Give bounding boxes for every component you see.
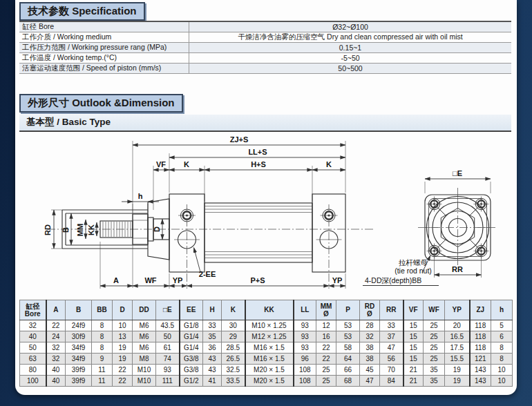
dim-label-ps: P+S (250, 276, 265, 284)
cell: 50 (20, 342, 46, 354)
tie-rod-nut-label-en: (tie rod nut) (395, 267, 432, 275)
cell: 25 (424, 320, 445, 331)
col-header: □E (156, 300, 180, 320)
spec-table: 缸径 BoreØ32~Ø100工作介质 / Working medium干燥洁净… (19, 21, 511, 74)
cell: M6 (133, 320, 156, 331)
cell: M12 × 1.25 (245, 331, 294, 342)
cell: 11 (92, 376, 113, 387)
dim-label-kk: KK (87, 224, 95, 235)
cell: M6 (133, 331, 156, 342)
table-row: 402430f9813M650G1/43529M12 × 1.259316533… (20, 331, 513, 342)
cell: 118 (470, 342, 491, 354)
cell: 21 (403, 365, 424, 376)
cell: M8 (133, 354, 156, 365)
cell: 53 (336, 320, 360, 331)
extension-lines (51, 141, 345, 289)
spec-label: 缸径 Bore (19, 21, 189, 32)
cell: 17.5 (445, 342, 470, 354)
col-header: YP (445, 300, 470, 320)
cell: 121 (470, 354, 491, 365)
top-dimensions: ZJ+S LL+S VF K H+S K (133, 135, 345, 170)
cell: 93 (294, 320, 316, 331)
cell: 30f9 (66, 331, 92, 342)
col-header: KK (245, 300, 294, 320)
cell: 40 (20, 331, 46, 342)
cell: 10 (491, 365, 513, 376)
cell: 38 (360, 354, 380, 365)
cell: 50 (156, 331, 180, 342)
cell: 13 (113, 331, 133, 342)
cell: 9 (92, 354, 113, 365)
cell: 70 (380, 365, 403, 376)
dim-label-yp2: YP (332, 276, 343, 284)
spec-value: 干燥洁净含油雾的压缩空气 Dry and clean compressed ai… (189, 32, 512, 43)
dim-label-rd: RD (44, 224, 52, 235)
cell: 38 (360, 342, 380, 354)
cell: 25 (424, 354, 445, 365)
cell: 33 (203, 320, 222, 331)
dim-label-a: A (113, 276, 119, 284)
cell: 35 (424, 376, 445, 387)
cell: 22 (46, 320, 66, 331)
cell: 24f9 (66, 320, 92, 331)
cell: 74 (156, 354, 180, 365)
dim-label-wf: WF (144, 276, 156, 284)
spec-row: 工作压力范围 / Working pressure rang (MPa)0.15… (19, 43, 511, 53)
cell: 39f9 (66, 376, 92, 387)
col-header: VF (403, 300, 424, 320)
dim-label-h: h (138, 192, 143, 200)
tie-rod-nut-label-cn: 拉杆螺母 (399, 258, 428, 267)
dim-label-rr: RR (452, 265, 463, 273)
cell: 8 (92, 320, 113, 331)
page-panel: 技术参数 Specification 缸径 BoreØ32~Ø100工作介质 /… (15, 0, 517, 395)
cell: 66 (336, 365, 360, 376)
cell: 143 (470, 376, 491, 387)
cell: 19 (113, 342, 133, 354)
cell: 15 (403, 342, 424, 354)
cell: 24 (46, 331, 66, 342)
cell: 108 (294, 376, 316, 387)
table-row: 322224f9810M643.5G1/83330M10 × 1.2593125… (20, 320, 513, 331)
cell: M16 × 1.5 (245, 354, 294, 365)
tie-rod-nut-callout: 拉杆螺母 (tie rod nut) 4-DD深(depth)BB (363, 255, 439, 286)
cell: 61 (156, 342, 180, 354)
cell: 32.5 (222, 365, 245, 376)
cell: 100 (20, 376, 46, 387)
cell: G1/8 (180, 320, 203, 331)
cell: 64 (336, 354, 360, 365)
dim-label-b: B (61, 227, 70, 233)
cell: 25 (424, 331, 445, 342)
dim-label-yp1: YP (173, 276, 183, 284)
cell: 32 (20, 320, 46, 331)
cell: 111 (156, 376, 180, 387)
cell: 93 (294, 342, 316, 354)
col-header: A (46, 300, 66, 320)
col-header: RDØ (360, 300, 380, 320)
spec-value: 50~500 (189, 64, 512, 74)
cell: 8 (92, 331, 113, 342)
col-header: B (66, 300, 92, 320)
basic-type-subtitle: 基本型 / Basic Type (19, 115, 511, 132)
cell: 22 (113, 376, 133, 387)
table-row: 633234f9919M874G3/84326.5M16 × 1.5962264… (20, 354, 513, 365)
cell: 16.5 (445, 331, 470, 342)
spec-label: 工作压力范围 / Working pressure rang (MPa) (19, 43, 189, 53)
cell: 118 (470, 320, 491, 331)
cell: 108 (294, 365, 316, 376)
cell: 25 (316, 365, 336, 376)
cell: 22 (316, 354, 336, 365)
cell: 58 (336, 342, 360, 354)
cell: 40 (46, 376, 66, 387)
dim-label-k2: K (326, 160, 332, 168)
dim-label-ee: 2-EE (199, 270, 216, 278)
cell: 15 (403, 320, 424, 331)
cell: 6 (491, 331, 513, 342)
cell: G1/4 (180, 331, 203, 342)
cell: M20 × 1.5 (245, 365, 294, 376)
cell: 35 (424, 365, 445, 376)
dim-label-hs: H+S (251, 160, 266, 168)
cell: 93 (156, 365, 180, 376)
cell: 8 (92, 342, 113, 354)
dim-label-vf: VF (156, 160, 166, 168)
cell: M10 (133, 376, 156, 387)
